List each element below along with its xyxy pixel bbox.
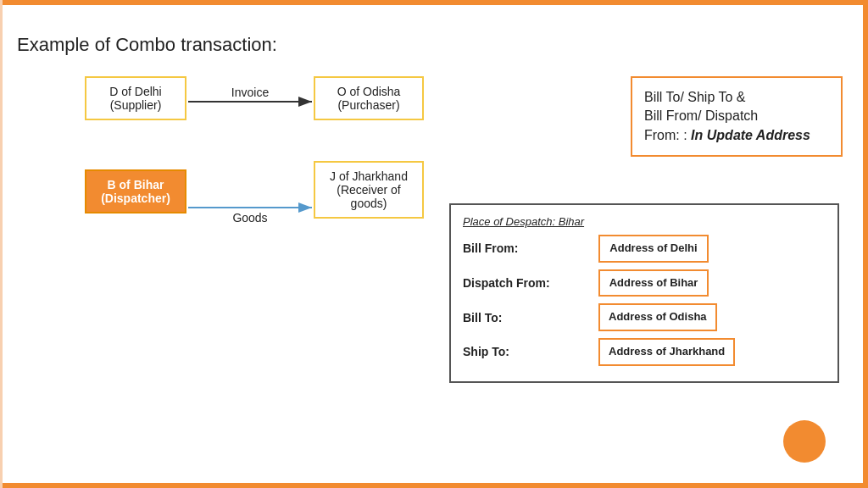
details-box: Place of Despatch: Bihar Bill From: Addr… [449, 203, 839, 383]
bill-to-label: Bill To: [463, 308, 598, 327]
ship-to-label: Ship To: [463, 342, 598, 361]
bill-from-value: Address of Delhi [598, 235, 709, 263]
detail-row-ship-to: Ship To: Address of Jharkhand [463, 338, 826, 366]
dispatch-from-label: Dispatch From: [463, 274, 598, 292]
detail-row-bill-from: Bill From: Address of Delhi [463, 235, 826, 263]
slide-content: Example of Combo transaction: D of Delhi… [17, 8, 851, 480]
bill-from-label: Bill From: [463, 239, 598, 258]
detail-row-bill-to: Bill To: Address of Odisha [463, 303, 826, 331]
border-top-accent [0, 0, 868, 5]
place-dispatch-label: Place of Despatch: Bihar [463, 214, 826, 231]
details-area: Place of Despatch: Bihar Bill From: Addr… [449, 203, 839, 383]
border-right-accent [863, 0, 868, 488]
svg-text:Invoice: Invoice [231, 86, 270, 99]
b-bihar-box: B of Bihar(Dispatcher) [85, 169, 186, 214]
detail-row-dispatch-from: Dispatch From: Address of Bihar [463, 269, 826, 297]
ship-to-value: Address of Jharkhand [598, 338, 735, 366]
slide-title: Example of Combo transaction: [17, 34, 851, 56]
info-box-bold-italic: In Update Address [691, 128, 810, 142]
border-bottom-accent [0, 483, 868, 488]
orange-circle-decoration [783, 420, 826, 463]
d-delhi-box: D of Delhi(Supplier) [85, 76, 186, 120]
border-left-accent [0, 0, 3, 488]
j-jharkhand-box: J of Jharkhand(Receiver of goods) [314, 161, 424, 219]
dispatch-from-value: Address of Bihar [598, 269, 709, 297]
info-box: Bill To/ Ship To & Bill From/ Dispatch F… [631, 76, 843, 157]
bill-to-value: Address of Odisha [598, 303, 717, 331]
o-odisha-box: O of Odisha(Purchaser) [314, 76, 424, 120]
svg-text:Goods: Goods [232, 211, 267, 225]
